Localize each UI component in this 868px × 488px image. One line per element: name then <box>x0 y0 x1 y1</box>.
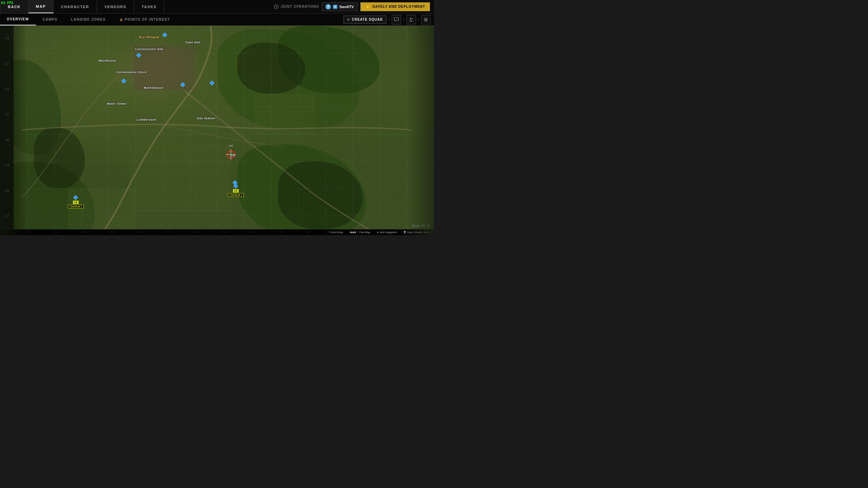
town-buildings <box>134 46 195 90</box>
lz-charlie3-label: CHARLIE 3 <box>228 193 244 197</box>
status-add-waypoint: + Add Waypoint <box>377 231 397 234</box>
divider-1: / <box>388 17 390 22</box>
top-nav: BACK MAP CHARACTER VENDORS TASKS JOINT O… <box>0 0 434 14</box>
lz-charlie3-badge: LZ <box>233 189 239 192</box>
player-icon <box>326 4 331 9</box>
players-button[interactable] <box>407 15 416 24</box>
status-bar: ↑ Zoom Map Hold ↑ Pan Map + Add Waypoint… <box>0 229 434 235</box>
create-squad-button[interactable]: + CREATE SQUAD <box>343 16 387 24</box>
divider-3: / <box>417 17 420 22</box>
player-count: 5 <box>333 5 337 9</box>
divider-2: / <box>402 17 405 22</box>
svg-point-6 <box>425 19 427 20</box>
marker-key: ☰ <box>403 231 406 234</box>
joint-ops-icon <box>274 4 279 9</box>
lz-charlie2: LZ CHARLIE 2 <box>68 196 84 208</box>
zoom-key: ↑ <box>328 231 329 234</box>
player-coords-top: 145 <box>229 145 233 147</box>
svg-point-4 <box>410 18 411 19</box>
sub-nav: OVERVIEW CAMPS LANDING ZONES 🔒 POINTS OF… <box>0 14 434 26</box>
end-deployment-button[interactable]: ⚡ SAFELY END DEPLOYMENT <box>360 2 430 11</box>
settings-button[interactable] <box>421 15 431 24</box>
lz-charlie2-badge: LZ <box>73 201 79 204</box>
nav-vendors[interactable]: VENDORS <box>97 0 134 13</box>
pan-label: Pan Map <box>359 231 370 234</box>
map-container[interactable]: 164 163 162 161 160 159 158 157 Kiu Vong… <box>0 26 434 235</box>
svg-rect-3 <box>394 18 398 21</box>
nav-right-section: JOINT OPERATIONS 5 SwollTV ⚡ SAFELY END … <box>270 0 434 13</box>
lz-charlie3-diamond <box>233 184 238 188</box>
zoom-label: Zoom Map <box>330 231 343 234</box>
lz-charlie2-label: CHARLIE 2 <box>68 205 84 208</box>
waypoint-key: + <box>377 231 379 234</box>
env-right <box>407 26 434 235</box>
lz-charlie3: LZ CHARLIE 3 <box>228 184 244 197</box>
waypoint-label: Add Waypoint <box>380 231 397 234</box>
player-marker: 145 159 <box>226 149 236 160</box>
sub-nav-poi[interactable]: 🔒 POINTS OF INTEREST <box>113 14 177 25</box>
player-name: SwollTV <box>339 5 354 9</box>
sub-nav-overview[interactable]: OVERVIEW <box>0 14 36 25</box>
svg-point-2 <box>327 5 329 7</box>
chat-icon <box>394 17 399 22</box>
sub-nav-camps[interactable]: CAMPS <box>36 14 64 25</box>
nav-character[interactable]: CHARACTER <box>54 0 97 13</box>
status-pan-map: Hold ↑ Pan Map <box>350 231 370 234</box>
players-icon <box>409 17 414 22</box>
status-zoom-map: ↑ Zoom Map <box>328 231 343 234</box>
env-left <box>0 26 27 235</box>
lock-icon: 🔒 <box>119 18 124 21</box>
player-coords-side: 159 <box>231 155 235 157</box>
lz-charlie2-diamond <box>73 195 78 200</box>
svg-point-5 <box>412 18 413 19</box>
terrain-texture <box>0 26 434 235</box>
pan-key: Hold ↑ <box>350 231 358 234</box>
sub-nav-right: + CREATE SQUAD / / / <box>340 15 434 24</box>
settings-icon <box>423 17 428 22</box>
nav-map[interactable]: MAP <box>28 0 54 13</box>
nav-tasks[interactable]: TASKS <box>134 0 164 13</box>
shield-icon: ⚡ <box>365 4 371 9</box>
plus-icon: + <box>347 17 350 22</box>
chat-button[interactable] <box>392 15 401 24</box>
joint-ops[interactable]: JOINT OPERATIONS <box>274 4 319 9</box>
fps-counter: 64 FPS <box>1 1 13 5</box>
player-info: 5 SwollTV <box>322 2 358 11</box>
svg-point-1 <box>276 6 277 7</box>
sub-nav-landing-zones[interactable]: LANDING ZONES <box>64 14 112 25</box>
